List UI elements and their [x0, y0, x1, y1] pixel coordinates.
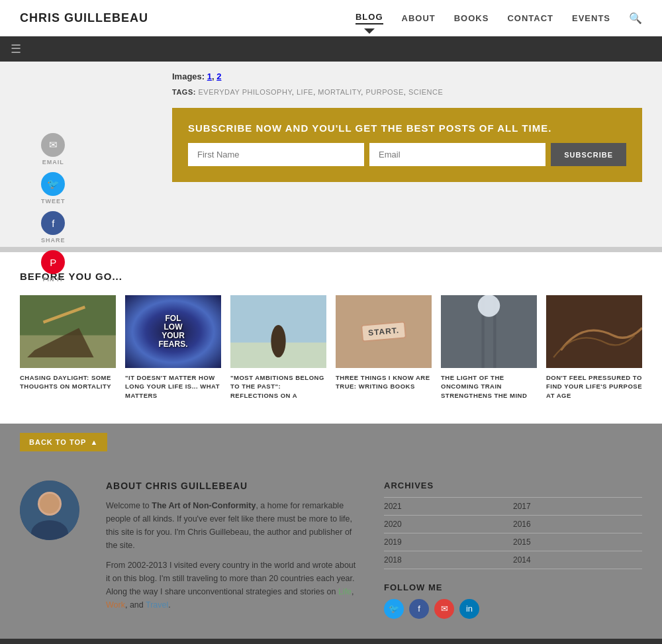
- svg-point-6: [271, 325, 285, 357]
- share-pinterest[interactable]: P PIN IT: [41, 250, 65, 283]
- share-facebook[interactable]: f SHARE: [41, 211, 66, 244]
- subscribe-button[interactable]: SUBSCRIBE: [551, 143, 626, 166]
- articles-row: CHASING DAYLIGHT: SOME THOUGHTS ON MORTA…: [20, 295, 642, 400]
- content-area: ✉ EMAIL 🐦 TWEET f SHARE P PIN IT Images:…: [0, 62, 662, 247]
- images-label: Images:: [172, 71, 205, 81]
- link-work[interactable]: Work: [106, 600, 125, 610]
- nav-contact[interactable]: CONTACT: [507, 13, 553, 23]
- tag-life[interactable]: LIFE: [297, 88, 313, 96]
- follow-icons: 🐦 f ✉ in: [384, 599, 642, 619]
- nav-blog-wrapper: BLOG: [355, 12, 383, 24]
- archive-2017[interactable]: 2017: [513, 498, 642, 516]
- article-thumb-5: [441, 295, 537, 368]
- site-title: CHRIS GUILLEBEAU: [20, 11, 148, 25]
- images-line: Images: 1, 2: [172, 71, 642, 81]
- svg-rect-11: [546, 295, 642, 368]
- archive-2015[interactable]: 2015: [513, 533, 642, 551]
- follow-title: FOLLOW ME: [384, 582, 642, 592]
- tags-line: TAGS: EVERYDAY PHILOSOPHY, LIFE, MORTALI…: [172, 88, 642, 96]
- email-icon: ✉: [41, 133, 65, 157]
- thumb-2-overlay: FOL LOW YOUR FEARS.: [125, 295, 221, 368]
- archives-follow: ARCHIVES 2021 2017 2020 2016 2019 2015 2…: [384, 481, 642, 619]
- share-twitter[interactable]: 🐦 TWEET: [41, 172, 66, 205]
- mobile-bar: ☰: [0, 36, 662, 62]
- archive-2019[interactable]: 2019: [384, 533, 513, 551]
- email-input[interactable]: [369, 143, 545, 166]
- nav-books[interactable]: BOOKS: [454, 13, 489, 23]
- link-life[interactable]: Life: [338, 587, 352, 596]
- footer-area: ABOUT CHRIS GUILLEBEAU Welcome to The Ar…: [0, 461, 662, 619]
- search-icon[interactable]: 🔍: [629, 12, 642, 24]
- article-card-4[interactable]: START. THREE THINGS I KNOW ARE TRUE: WRI…: [336, 295, 432, 400]
- before-you-go-section: BEFORE YOU GO... CHASING DAYLIGHT: SOME …: [0, 252, 662, 424]
- hamburger-icon[interactable]: ☰: [11, 42, 21, 56]
- about-body: From 2002-2013 I visited every country i…: [106, 559, 357, 612]
- article-thumb-6: [546, 295, 642, 368]
- nav-events[interactable]: EVENTS: [572, 13, 610, 23]
- back-to-top-button[interactable]: BACK TO TOP ▲: [20, 433, 107, 451]
- tags-label: TAGS:: [172, 88, 196, 96]
- share-label: SHARE: [41, 237, 66, 244]
- archives-grid: 2021 2017 2020 2016 2019 2015 2018 2014: [384, 497, 642, 569]
- facebook-icon: f: [41, 211, 65, 235]
- article-card-2[interactable]: FOL LOW YOUR FEARS. "IT DOESN'T MATTER H…: [125, 295, 221, 400]
- email-label: EMAIL: [42, 159, 64, 165]
- subscribe-box: SUBSCRIBE NOW AND YOU'LL GET THE BEST PO…: [172, 108, 642, 182]
- article-title-4: THREE THINGS I KNOW ARE TRUE: WRITING BO…: [336, 373, 432, 391]
- thumb-4-overlay: START.: [336, 295, 432, 368]
- start-badge: START.: [361, 321, 406, 342]
- byg-title: BEFORE YOU GO...: [20, 271, 642, 282]
- firstname-input[interactable]: [188, 143, 364, 166]
- article-title-5: THE LIGHT OF THE ONCOMING TRAIN STRENGTH…: [441, 373, 537, 400]
- about-bio: ABOUT CHRIS GUILLEBEAU Welcome to The Ar…: [106, 481, 357, 618]
- archive-2020[interactable]: 2020: [384, 516, 513, 533]
- share-email[interactable]: ✉ EMAIL: [41, 133, 65, 165]
- article-thumb-1: [20, 295, 116, 368]
- archive-2014[interactable]: 2014: [513, 551, 642, 569]
- site-header: CHRIS GUILLEBEAU BLOG ABOUT BOOKS CONTAC…: [0, 0, 662, 36]
- site-name: The Art of Non-Conformity: [152, 501, 256, 510]
- back-to-top-bar: BACK TO TOP ▲: [0, 424, 662, 461]
- article-thumb-4: START.: [336, 295, 432, 368]
- subscribe-title: SUBSCRIBE NOW AND YOU'LL GET THE BEST PO…: [188, 122, 626, 134]
- about-title: ABOUT CHRIS GUILLEBEAU: [106, 481, 357, 491]
- archive-2021[interactable]: 2021: [384, 498, 513, 516]
- follow-twitter-icon[interactable]: 🐦: [384, 599, 404, 619]
- article-card-6[interactable]: DON'T FEEL PRESSURED TO FIND YOUR LIFE'S…: [546, 295, 642, 400]
- tag-science[interactable]: SCIENCE: [408, 88, 443, 96]
- article-title-3: "MOST AMBITIONS BELONG TO THE PAST": REF…: [230, 373, 326, 400]
- article-card-5[interactable]: THE LIGHT OF THE ONCOMING TRAIN STRENGTH…: [441, 295, 537, 400]
- archive-2016[interactable]: 2016: [513, 516, 642, 533]
- article-thumb-2: FOL LOW YOUR FEARS.: [125, 295, 221, 368]
- follow-email-icon[interactable]: ✉: [434, 599, 454, 619]
- article-title-2: "IT DOESN'T MATTER HOW LONG YOUR LIFE IS…: [125, 373, 221, 400]
- svg-point-15: [40, 494, 60, 514]
- author-avatar: [20, 481, 79, 540]
- follow-facebook-icon[interactable]: f: [409, 599, 429, 619]
- tag-mortality[interactable]: MORTALITY: [318, 88, 361, 96]
- svg-point-10: [478, 295, 500, 317]
- images-links: 1, 2: [207, 71, 222, 81]
- article-thumb-3: [230, 295, 326, 368]
- up-arrow-icon: ▲: [90, 438, 98, 446]
- article-title-1: CHASING DAYLIGHT: SOME THOUGHTS ON MORTA…: [20, 373, 116, 391]
- twitter-icon: 🐦: [41, 172, 65, 196]
- archives-title: ARCHIVES: [384, 481, 642, 490]
- pinterest-icon: P: [41, 250, 65, 274]
- tag-philosophy[interactable]: EVERYDAY PHILOSOPHY: [198, 88, 291, 96]
- nav-blog[interactable]: BLOG: [355, 12, 383, 24]
- follow-linkedin-icon[interactable]: in: [459, 599, 479, 619]
- article-card-3[interactable]: "MOST AMBITIONS BELONG TO THE PAST": REF…: [230, 295, 326, 400]
- tag-purpose[interactable]: PURPOSE: [365, 88, 403, 96]
- article-card-1[interactable]: CHASING DAYLIGHT: SOME THOUGHTS ON MORTA…: [20, 295, 116, 400]
- bottom-bar: ALL CONTENT © 2021 CHRISGUILLEBEAU.COM B…: [0, 639, 662, 644]
- divider: [0, 247, 662, 252]
- link-travel[interactable]: Travel: [146, 600, 168, 610]
- about-intro: Welcome to The Art of Non-Conformity, a …: [106, 499, 357, 552]
- share-sidebar: ✉ EMAIL 🐦 TWEET f SHARE P PIN IT: [41, 133, 66, 283]
- main-nav: BLOG ABOUT BOOKS CONTACT EVENTS 🔍: [355, 12, 642, 24]
- archive-2018[interactable]: 2018: [384, 551, 513, 569]
- nav-about[interactable]: ABOUT: [402, 13, 436, 23]
- pin-label: PIN IT: [42, 276, 64, 283]
- article-title-6: DON'T FEEL PRESSURED TO FIND YOUR LIFE'S…: [546, 373, 642, 400]
